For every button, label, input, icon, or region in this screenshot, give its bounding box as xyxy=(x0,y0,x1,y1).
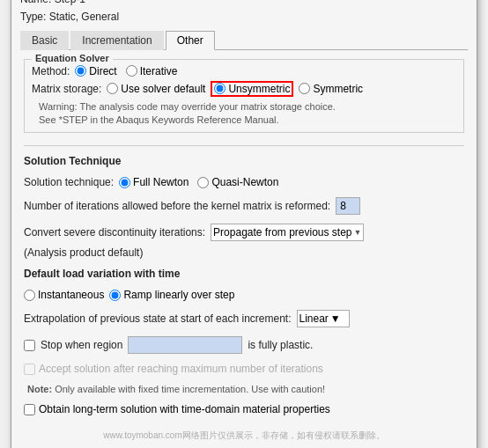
iterations-row: Number of iterations allowed before the … xyxy=(24,197,464,215)
instantaneous-radio[interactable] xyxy=(24,290,35,301)
matrix-default-radio[interactable] xyxy=(107,83,118,94)
tabs-bar: Basic Incrementation Other xyxy=(20,30,468,50)
matrix-label: Matrix storage: xyxy=(32,83,101,95)
full-newton-label: Full Newton xyxy=(133,176,189,188)
severe-discontinuity-row: Convert severe discontinuity iterations:… xyxy=(24,224,464,259)
severe-discontinuity-value: Propagate from previous step xyxy=(213,226,351,239)
full-newton-option[interactable]: Full Newton xyxy=(119,176,189,188)
extrapolation-value: Linear xyxy=(299,312,329,325)
full-newton-radio[interactable] xyxy=(119,177,130,188)
solution-technique-title: Solution Technique xyxy=(24,155,464,167)
accept-solution-checkbox[interactable] xyxy=(24,364,35,375)
long-term-label: Obtain long-term solution with time-doma… xyxy=(39,403,330,415)
extrapolation-label: Extrapolation of previous state at start… xyxy=(24,312,292,325)
note-row: Note: Only available with fixed time inc… xyxy=(24,384,464,394)
note-content: Only available with fixed time increment… xyxy=(52,384,325,394)
stop-region-checkbox[interactable] xyxy=(24,340,35,351)
quasi-newton-option[interactable]: Quasi-Newton xyxy=(197,176,278,188)
solution-technique-radio-group: Full Newton Quasi-Newton xyxy=(119,176,278,188)
stop-region-checkbox-item[interactable] xyxy=(24,340,35,351)
note-bold: Note: xyxy=(27,384,52,394)
accept-solution-label: Accept solution after reaching maximum n… xyxy=(39,363,323,375)
stop-region-input[interactable] xyxy=(128,336,242,354)
iterations-input[interactable] xyxy=(336,197,360,215)
matrix-default-option[interactable]: Use solver default xyxy=(107,83,205,95)
matrix-symmetric-option[interactable]: Symmetric xyxy=(299,83,363,95)
load-variation-title: Default load variation with time xyxy=(24,268,464,280)
ramp-label: Ramp linearly over step xyxy=(123,289,234,301)
edit-step-dialog: ✏️ Edit Step × Name: Step-1 Type: Static… xyxy=(11,0,477,448)
matrix-unsymmetric-option[interactable]: Unsymmetric xyxy=(211,81,293,97)
equation-solver-title: Equation Solver xyxy=(32,53,113,63)
matrix-symmetric-label: Symmetric xyxy=(313,83,363,95)
matrix-unsymmetric-radio[interactable] xyxy=(214,83,226,94)
stop-region-label-after: is fully plastic. xyxy=(248,339,313,351)
method-iterative-option[interactable]: Iterative xyxy=(126,65,178,77)
stop-region-row: Stop when region is fully plastic. xyxy=(24,336,464,354)
ramp-option[interactable]: Ramp linearly over step xyxy=(109,289,234,301)
severe-discontinuity-note: (Analysis product default) xyxy=(24,246,143,259)
tab-basic[interactable]: Basic xyxy=(20,31,69,50)
method-label: Method: xyxy=(32,65,70,77)
accept-solution-checkbox-item[interactable]: Accept solution after reaching maximum n… xyxy=(24,363,323,375)
matrix-row: Matrix storage: Use solver default Unsym… xyxy=(32,81,456,97)
type-row: Type: Static, General xyxy=(20,9,468,25)
extrapolation-row: Extrapolation of previous state at start… xyxy=(24,310,464,327)
severe-discontinuity-dropdown[interactable]: Propagate from previous step ▼ xyxy=(211,224,364,241)
tab-other[interactable]: Other xyxy=(166,31,215,50)
warning-line1: Warning: The analysis code may override … xyxy=(39,101,336,112)
method-iterative-label: Iterative xyxy=(140,65,178,77)
method-direct-option[interactable]: Direct xyxy=(75,65,116,77)
method-iterative-radio[interactable] xyxy=(126,65,137,77)
instantaneous-label: Instantaneous xyxy=(38,289,104,301)
stop-region-label-before: Stop when region xyxy=(41,339,122,351)
method-direct-radio[interactable] xyxy=(75,65,86,77)
matrix-unsymmetric-label: Unsymmetric xyxy=(228,83,290,95)
load-variation-row: Instantaneous Ramp linearly over step xyxy=(24,289,464,301)
name-row: Name: Step-1 xyxy=(20,0,468,7)
severe-discontinuity-label: Convert severe discontinuity iterations: xyxy=(24,226,205,239)
quasi-newton-label: Quasi-Newton xyxy=(211,176,278,188)
watermark: www.toymoban.com网络图片仅供展示，非存储，如有侵权请联系删除。 xyxy=(20,428,468,444)
method-direct-label: Direct xyxy=(89,65,116,77)
solution-technique-label: Solution technique: xyxy=(24,176,114,188)
extrapolation-dropdown[interactable]: Linear ▼ xyxy=(297,310,350,327)
tab-incrementation[interactable]: Incrementation xyxy=(70,31,163,50)
method-radio-group: Direct Iterative xyxy=(75,65,177,77)
equation-solver-group: Equation Solver Method: Direct Iterative xyxy=(24,59,464,134)
instantaneous-option[interactable]: Instantaneous xyxy=(24,289,104,301)
warning-line2: See *STEP in the Abaqus Keywords Referen… xyxy=(39,114,279,125)
ramp-radio[interactable] xyxy=(109,290,121,301)
solution-technique-row: Solution technique: Full Newton Quasi-Ne… xyxy=(24,176,464,188)
long-term-row: Obtain long-term solution with time-doma… xyxy=(24,403,464,415)
note-text: Note: Only available with fixed time inc… xyxy=(27,384,325,394)
accept-solution-row: Accept solution after reaching maximum n… xyxy=(24,363,464,375)
extrapolation-arrow-icon: ▼ xyxy=(330,312,341,325)
warning-text: Warning: The analysis code may override … xyxy=(39,100,456,128)
iterations-label: Number of iterations allowed before the … xyxy=(24,200,330,212)
long-term-checkbox[interactable] xyxy=(24,404,35,415)
divider1 xyxy=(24,145,464,146)
matrix-symmetric-radio[interactable] xyxy=(299,83,310,94)
content-area: Equation Solver Method: Direct Iterative xyxy=(20,52,468,427)
matrix-default-label: Use solver default xyxy=(121,83,205,95)
dialog-body: Name: Step-1 Type: Static, General Basic… xyxy=(11,0,477,448)
dropdown-arrow-icon: ▼ xyxy=(354,228,362,237)
quasi-newton-radio[interactable] xyxy=(197,177,209,188)
long-term-checkbox-item[interactable]: Obtain long-term solution with time-doma… xyxy=(24,403,330,415)
method-row: Method: Direct Iterative xyxy=(32,65,456,77)
